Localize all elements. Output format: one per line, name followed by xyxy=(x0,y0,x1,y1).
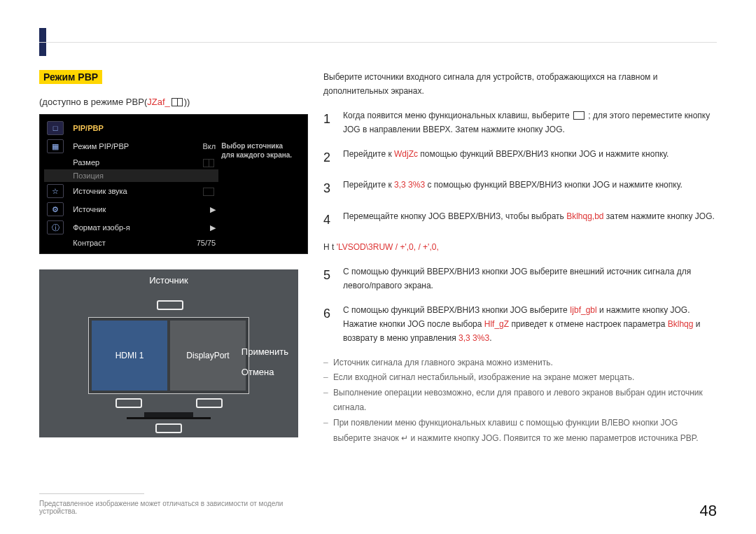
sidebar-icon-gear: ⚙ xyxy=(47,202,64,216)
section-title: Режим PBP xyxy=(39,70,102,84)
sidebar-icon-display: □ xyxy=(47,121,64,135)
note: Источник сигнала для главного экрана мож… xyxy=(323,356,717,371)
mini-box-icon xyxy=(203,188,214,196)
intro-paragraph: Выберите источники входного сигнала для … xyxy=(323,70,717,99)
note: При появлении меню функциональных клавиш… xyxy=(323,416,717,446)
step: 5С помощью функций ВВЕРХ/ВНИЗ кнопки JOG… xyxy=(323,265,717,293)
subtitle: (доступно в режиме PBP(JZaf_)) xyxy=(39,97,309,107)
sidebar-icon-star: ☆ xyxy=(47,184,64,198)
osd-panel: □ PIP/PBP Выбор источникадля каждого экр… xyxy=(39,114,308,254)
footnote-rule xyxy=(39,493,144,494)
subtitle-suffix: )) xyxy=(184,97,190,107)
step: 3Перейдите к 3,3 3%3 с помощью функций В… xyxy=(323,178,717,199)
step: 1Когда появится меню функциональных клав… xyxy=(323,108,717,137)
note: Выполнение операции невозможно, если для… xyxy=(323,386,717,416)
port-top-icon xyxy=(157,300,183,310)
port-bottom-icon xyxy=(155,423,182,433)
size-split-icon xyxy=(203,159,214,167)
step: 4Перемещайте кнопку JOG ВВЕРХ/ВНИЗ, чтоб… xyxy=(323,209,717,231)
screen: HDMI 1 DisplayPort xyxy=(88,317,249,394)
monitor-stand xyxy=(144,412,193,417)
monitor-graphic: HDMI 1 DisplayPort xyxy=(88,317,249,437)
menu-icon xyxy=(573,111,584,120)
note: Если входной сигнал нестабильный, изобра… xyxy=(323,370,717,386)
pbp-split-icon xyxy=(172,98,183,106)
monitor-base xyxy=(127,417,211,419)
sidebar-icon-grid: ▦ xyxy=(47,139,64,153)
sidebar-icon-info: ⓘ xyxy=(47,220,64,234)
step: 2Перейдите к WdjZc помощью функций ВВЕРХ… xyxy=(323,147,717,169)
source-preview-panel: Источник HDMI 1 DisplayPort Применить От… xyxy=(39,269,298,437)
footnote: Представленное изображение может отличат… xyxy=(39,493,305,515)
port-right-icon xyxy=(196,398,223,408)
decor-hairline xyxy=(39,42,717,43)
preview-buttons: Применить Отмена xyxy=(241,337,288,387)
screen-left: HDMI 1 xyxy=(92,321,167,391)
screen-right: DisplayPort xyxy=(170,321,246,391)
notes-list: Источник сигнала для главного экрана мож… xyxy=(323,356,717,447)
cancel-button[interactable]: Отмена xyxy=(241,367,288,377)
osd-heading: PIP/PBP xyxy=(70,119,173,137)
osd-row: ☆Источник звука xyxy=(44,182,303,200)
steps-list: 1Когда появится меню функциональных клав… xyxy=(323,108,717,231)
left-column: Режим PBP (доступно в режиме PBP(JZaf_))… xyxy=(39,70,309,515)
page-number: 48 xyxy=(700,502,717,520)
preview-header: Источник xyxy=(39,269,298,291)
step: 6 С помощью функций ВВЕРХ/ВНИЗ кнопки JO… xyxy=(323,303,717,346)
subtitle-red: JZaf_ xyxy=(147,97,170,107)
port-left-icon xyxy=(115,398,142,408)
osd-header-row: □ PIP/PBP Выбор источникадля каждого экр… xyxy=(44,119,303,137)
page: Режим PBP (доступно в режиме PBP(JZaf_))… xyxy=(0,0,756,534)
steps-list-2: 5С помощью функций ВВЕРХ/ВНИЗ кнопки JOG… xyxy=(323,265,717,346)
apply-button[interactable]: Применить xyxy=(241,346,288,357)
osd-tip: Выбор источникадля каждого экрана. xyxy=(218,119,303,182)
subtitle-prefix: (доступно в режиме PBP( xyxy=(39,97,147,107)
mid-line: H t 'LVSOD\3RUW / +',0, / +',0, xyxy=(323,240,717,254)
right-column: Выберите источники входного сигнала для … xyxy=(323,70,717,446)
